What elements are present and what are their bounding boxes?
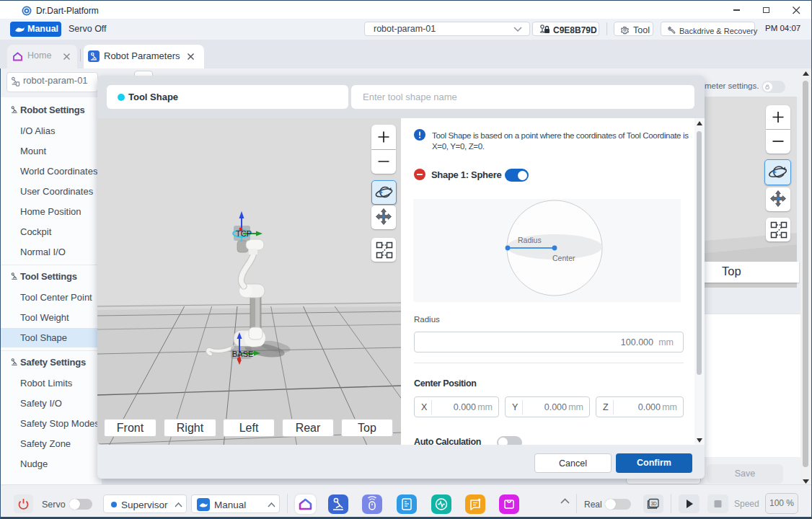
svg-text:Radius: Radius: [518, 236, 542, 244]
svg-text:3D: 3D: [651, 501, 658, 506]
svg-text:Center: Center: [552, 254, 575, 262]
svg-text:TCP: TCP: [236, 229, 252, 238]
svg-text:BASE: BASE: [232, 350, 253, 358]
